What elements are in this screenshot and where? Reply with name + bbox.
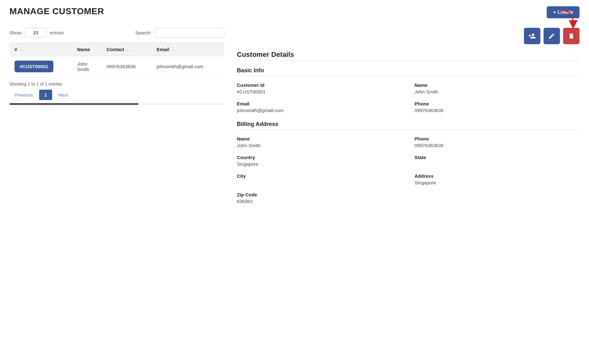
field-customer-id: Customer Id #CUST00001 <box>237 82 402 95</box>
sort-icon-id[interactable]: ↑↓ <box>20 48 23 52</box>
billing-address-title: Billing Address <box>237 121 580 128</box>
right-panel: Customer Details Basic Info Customer Id … <box>237 28 580 212</box>
show-label: Show <box>9 30 21 35</box>
left-panel: Show entries Search: # ↑↓ Name Contact ↑… <box>9 28 224 212</box>
customer-details-title: Customer Details <box>237 51 580 59</box>
col-header-contact: Contact ↑↓ <box>101 43 151 56</box>
next-button[interactable]: Next <box>53 90 73 100</box>
search-input[interactable] <box>155 28 224 38</box>
value-phone: 09976363636 <box>415 108 444 113</box>
progress-bar-fill <box>9 103 138 105</box>
field-phone: Phone 09976363636 <box>415 101 580 113</box>
edit-icon <box>548 33 555 39</box>
main-layout: Show entries Search: # ↑↓ Name Contact ↑… <box>9 28 580 212</box>
value-name: John Smith <box>415 89 438 94</box>
field-billing-phone: Phone 09976363636 <box>415 136 580 148</box>
customer-table: # ↑↓ Name Contact ↑↓ Email ↑↓ #CUST00001 <box>9 43 224 77</box>
previous-button[interactable]: Previous <box>9 90 38 100</box>
action-area <box>237 28 580 44</box>
cell-contact: 09976363636 <box>101 56 151 77</box>
sort-icon-contact[interactable]: ↑↓ <box>127 48 130 52</box>
label-city: City <box>237 173 402 179</box>
label-state: State <box>415 155 580 160</box>
value-billing-phone: 09976363636 <box>415 143 444 148</box>
field-name: Name John Smith <box>415 82 580 95</box>
table-row[interactable]: #CUST00001 JohnSmith 09976363636 johnsmi… <box>9 56 224 77</box>
value-customer-id: #CUST00001 <box>237 89 266 94</box>
label-country: Country <box>237 155 402 160</box>
label-zip: Zip Code <box>237 192 402 197</box>
value-zip: 636363 <box>237 199 253 204</box>
page-1-button[interactable]: 1 <box>39 90 52 100</box>
value-country: Singapore <box>237 161 258 167</box>
add-user-button[interactable] <box>524 28 540 44</box>
label-phone: Phone <box>415 101 580 106</box>
field-address: Address Singapore <box>415 173 580 186</box>
billing-divider <box>237 129 580 130</box>
billing-address-grid: Name John Smith Phone 09976363636 Countr… <box>237 136 580 204</box>
progress-bar-container <box>9 103 224 105</box>
field-email: Email johnsmith@gmail.com <box>237 101 402 113</box>
arrow-indicator <box>556 7 578 31</box>
basic-info-divider <box>237 76 580 76</box>
col-header-id: # ↑↓ <box>9 43 72 56</box>
basic-info-title: Basic Info <box>237 67 580 74</box>
basic-info-grid: Customer Id #CUST00001 Name John Smith E… <box>237 82 580 113</box>
cell-name: JohnSmith <box>72 56 101 77</box>
pagination-controls: Previous 1 Next <box>9 90 224 100</box>
add-user-icon <box>528 32 536 40</box>
search-box-group: Search: <box>135 28 224 38</box>
page-title: MANAGE CUSTOMER <box>9 6 104 16</box>
pagination-area: Showing 1 to 1 of 1 entries Previous 1 N… <box>9 81 224 105</box>
search-label: Search: <box>135 30 152 35</box>
table-controls: Show entries Search: <box>9 28 224 38</box>
label-customer-id: Customer Id <box>237 82 402 88</box>
table-body: #CUST00001 JohnSmith 09976363636 johnsmi… <box>9 56 224 77</box>
details-divider <box>237 61 580 61</box>
label-address: Address <box>415 173 580 179</box>
sort-icon-email[interactable]: ↑↓ <box>172 48 175 52</box>
col-header-email: Email ↑↓ <box>152 43 224 56</box>
field-city: City <box>237 173 402 186</box>
field-zip: Zip Code 636363 <box>237 192 402 204</box>
value-email: johnsmith@gmail.com <box>237 108 284 113</box>
field-state: State <box>415 155 580 167</box>
table-header: # ↑↓ Name Contact ↑↓ Email ↑↓ <box>9 43 224 56</box>
entries-label: entries <box>50 30 64 35</box>
label-billing-phone: Phone <box>415 136 580 141</box>
label-name: Name <box>415 82 580 88</box>
arrow-svg <box>556 7 578 29</box>
delete-icon <box>568 33 575 39</box>
showing-text: Showing 1 to 1 of 1 entries <box>9 81 224 87</box>
label-billing-name: Name <box>237 136 402 141</box>
page-header: MANAGE CUSTOMER + Create <box>9 6 580 18</box>
show-entries-group: Show entries <box>9 28 64 38</box>
entries-input[interactable] <box>25 28 47 38</box>
cell-id[interactable]: #CUST00001 <box>9 56 72 77</box>
customer-id-badge[interactable]: #CUST00001 <box>15 61 53 72</box>
col-header-name: Name <box>72 43 101 56</box>
value-address: Singapore <box>415 180 436 185</box>
cell-email: johnsmith@gmail.com <box>152 56 224 77</box>
value-billing-name: John Smith <box>237 143 261 148</box>
field-billing-name: Name John Smith <box>237 136 402 148</box>
label-email: Email <box>237 101 402 106</box>
field-country: Country Singapore <box>237 155 402 167</box>
